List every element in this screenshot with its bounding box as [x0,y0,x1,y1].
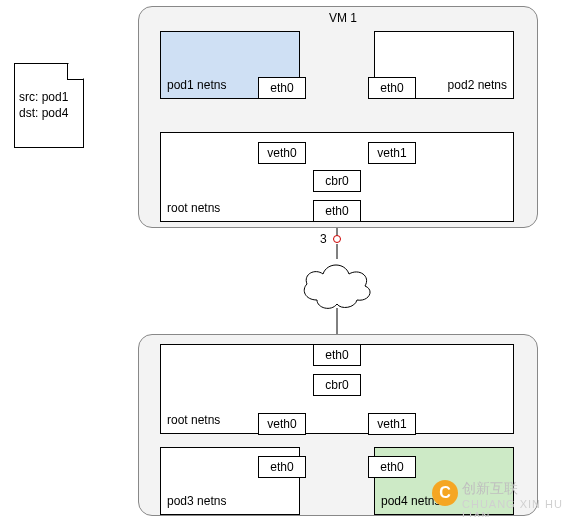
packet-dst: dst: pod4 [19,106,68,120]
vm1-title: VM 1 [329,11,357,25]
marker-label: 3 [320,232,327,246]
pod1-label: pod1 netns [167,78,226,92]
pod2-eth0: eth0 [368,77,416,99]
vm2-cbr0: cbr0 [313,374,361,396]
vm1-eth0: eth0 [313,200,361,222]
pod2-label: pod2 netns [448,78,507,92]
pod4-eth0: eth0 [368,456,416,478]
cloud-icon [297,256,377,312]
brand-text-2: CHUANG XIN HU LIAN [462,498,567,517]
vm1-root-label: root netns [167,201,220,215]
brand-text-1: 创新互联 [462,480,518,498]
marker-dot [333,235,341,243]
vm1-veth0: veth0 [258,142,306,164]
vm2-veth0: veth0 [258,413,306,435]
vm1-cbr0: cbr0 [313,170,361,192]
vm2-root-label: root netns [167,413,220,427]
packet-note: src: pod1 dst: pod4 [14,63,84,148]
vm1-veth1: veth1 [368,142,416,164]
vm2-eth0: eth0 [313,344,361,366]
brand-logo: C [432,480,458,506]
pod3-eth0: eth0 [258,456,306,478]
pod3-label: pod3 netns [167,494,226,508]
vm2-veth1: veth1 [368,413,416,435]
packet-src: src: pod1 [19,90,68,104]
pod1-eth0: eth0 [258,77,306,99]
